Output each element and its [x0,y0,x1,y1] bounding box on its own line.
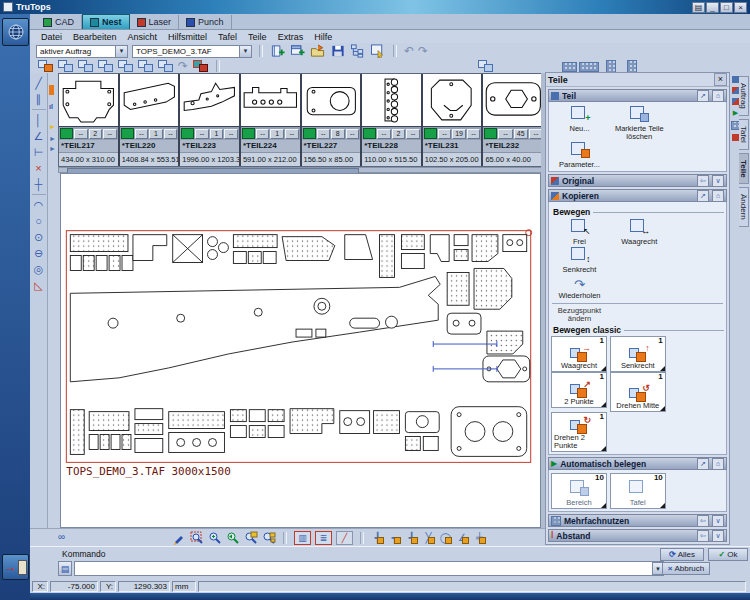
open-icon[interactable] [310,44,326,58]
expand-icon[interactable]: ∨ [712,530,724,542]
part-count[interactable]: 1 [149,129,163,139]
part-add-icon[interactable] [38,60,53,72]
menu-extras[interactable]: Extras [273,32,309,42]
repeat-icon[interactable]: ↷ [178,60,188,72]
original-quick-icon[interactable] [732,87,739,94]
dock-left-icon[interactable]: ⇦ [697,515,709,527]
button-parameter[interactable]: Parameter... [551,141,608,169]
zoom-window-icon[interactable] [190,531,204,545]
menu-datei[interactable]: Datei [36,32,67,42]
zoom-previous-icon[interactable] [226,531,240,545]
command-input[interactable] [74,561,664,576]
button-neu[interactable]: +Neu... [551,105,608,133]
section-automatisch-header[interactable]: ▶ Automatisch belegen ↗ ⌂ [548,457,727,470]
nest-canvas[interactable]: TOPS_DEMO_3.TAF 3000x1500 [60,173,541,528]
delete-tool-icon[interactable]: × [31,160,47,176]
system-menu-icon[interactable]: ▤ [692,2,705,13]
exit-button[interactable]: → [2,554,29,580]
classic-waagrecht-cell[interactable]: 1→Waagrecht [551,336,607,372]
part-cell-teil217[interactable]: --2-- *TEIL217 434.00 x 310.00 [59,74,120,166]
layout-grid-wide-icon[interactable] [562,62,577,72]
side-tab-tafel[interactable]: Tafel [739,119,749,150]
part-thumbnail[interactable] [241,74,300,127]
pin-icon[interactable]: ⌂ [712,90,724,102]
line-tool-icon[interactable]: ╱ [31,75,47,91]
zoom-part-icon[interactable] [262,531,276,545]
snap-quadrant-icon[interactable]: ┻ [405,531,418,544]
part-thumbnail[interactable] [59,74,118,127]
side-tab-aendern[interactable]: Ändern [739,187,749,227]
side-tab-teile[interactable]: Teile [739,153,749,185]
auto-nest-quick-icon[interactable]: ▶ [733,109,738,117]
part-array-icon[interactable] [118,60,133,72]
zoom-in-icon[interactable] [208,531,222,545]
edit-mode-icon[interactable]: ↗ [697,190,709,202]
tab-cad[interactable]: CAD [36,15,82,29]
expand-icon[interactable]: ∨ [712,515,724,527]
alles-button[interactable]: ⟳Alles [660,548,704,561]
section-teil-header[interactable]: Teil ↗ ⌂ [548,89,727,102]
restore-button[interactable]: □ [720,2,733,13]
button-frei[interactable]: ↖Frei [551,218,608,246]
menu-ansicht[interactable]: Ansicht [123,32,163,42]
clipboard-copy-icon[interactable] [478,60,493,72]
sketch-pen-icon[interactable] [172,531,186,545]
snap-center-icon[interactable]: ◯ [439,531,452,544]
save-icon[interactable] [330,44,346,58]
order-combobox[interactable]: aktiver Auftrag ▼ [36,45,128,58]
snap-intersection-icon[interactable]: ╳ [422,531,435,544]
tree-view-icon[interactable] [350,44,366,58]
classic-senkrecht-cell[interactable]: 1↑Senkrecht [610,336,666,372]
command-history-icon[interactable]: ▤ [58,561,72,576]
parallel-lines-tool-icon[interactable]: ∥ [31,91,47,107]
trim-tool-icon[interactable]: ⊢ [31,144,47,160]
tab-punch[interactable]: Punch [179,15,232,29]
circle-tool-icon[interactable]: ○ [31,213,47,229]
classic-2punkte-cell[interactable]: 1↗2 Punkte [551,372,607,408]
toggle-console-button[interactable]: ≣ [315,531,332,545]
new-nest-icon[interactable] [290,44,306,58]
side-tab-auftrag[interactable]: Auftrag [739,76,749,116]
file-combobox[interactable]: TOPS_DEMO_3.TAF ▼ [132,45,252,58]
menu-bearbeiten[interactable]: Bearbeiten [68,32,122,42]
button-bewegen-waagrecht[interactable]: ↔Waagrecht [611,218,668,246]
toggle-parts-view-button[interactable]: ▥ [294,531,311,545]
part-quick-icon[interactable] [732,76,739,83]
distance-quick-icon[interactable] [732,134,739,141]
button-markierte-teile-loeschen[interactable]: Markierte Teile löschen [611,105,668,141]
expand-icon[interactable]: ∨ [712,175,724,187]
snap-angle-icon[interactable]: ∠ [456,531,469,544]
pin-icon[interactable]: ⌂ [712,458,724,470]
redo-icon[interactable]: ↷ [418,45,428,57]
edit-mode-icon[interactable]: ↗ [697,90,709,102]
panel-close-icon[interactable]: × [714,73,727,86]
part-cell-teil227[interactable]: --8-- *TEIL227 156.50 x 85.00 [302,74,363,166]
part-move-icon[interactable] [58,60,73,72]
chain-icon[interactable]: ∞ [58,531,65,542]
part-thumbnail[interactable] [423,74,482,127]
tafel-cell[interactable]: 10Tafel [610,473,666,509]
nest-auto-icon[interactable] [193,60,208,72]
circle-line-tool-icon[interactable]: ⊖ [31,245,47,261]
tab-laser[interactable]: Laser [130,15,180,29]
snap-midpoint-icon[interactable]: ┳ [388,531,401,544]
copy-quick-icon[interactable] [732,98,739,105]
button-bewegen-senkrecht[interactable]: ↕Senkrecht [551,246,608,274]
edit-mode-icon[interactable]: ↗ [697,458,709,470]
part-count[interactable]: 45 [514,129,528,139]
part-cell-teil220[interactable]: --1-- *TEIL220 1408.84 x 553.51 [120,74,181,166]
part-cell-teil232[interactable]: --45-- *TEIL232 65.00 x 40.00 [483,74,544,166]
section-abstand-header[interactable]: Ⅰ Abstand ⇦ ∨ [548,529,727,542]
part-cell-teil223[interactable]: --1-- *TEIL223 1996.00 x 1203.33 [180,74,241,166]
part-thumbnail[interactable] [362,74,421,127]
pin-icon[interactable]: ⌂ [712,190,724,202]
part-thumbnail[interactable] [302,74,361,127]
menu-tafel[interactable]: Tafel [213,32,242,42]
part-count[interactable]: 1 [210,129,224,139]
part-copy-icon[interactable] [78,60,93,72]
measure-button[interactable]: ╱ [336,531,353,545]
concentric-tool-icon[interactable]: ◎ [31,261,47,277]
snap-grid-icon[interactable]: ╪ [473,531,486,544]
part-group-icon[interactable] [138,60,153,72]
close-button[interactable]: × [734,2,747,13]
